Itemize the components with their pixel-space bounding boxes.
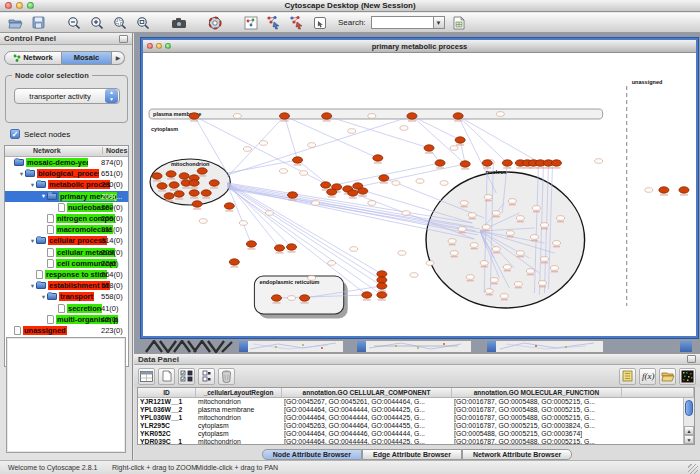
network-node-unselected[interactable] <box>645 188 653 193</box>
network-node-unselected[interactable] <box>516 216 524 221</box>
snapshot-icon[interactable] <box>170 14 188 31</box>
network-node-unselected[interactable] <box>368 201 376 206</box>
network-node-selected[interactable] <box>229 259 239 265</box>
tree-row[interactable]: cellular metabol209(0) <box>5 247 128 258</box>
network-node-unselected[interactable] <box>556 216 564 221</box>
network-node-selected[interactable] <box>288 192 298 198</box>
import-attribute-file-icon[interactable] <box>659 368 676 385</box>
network-node-selected[interactable] <box>424 145 434 151</box>
network-node-selected[interactable] <box>246 241 256 247</box>
network-node-selected[interactable] <box>174 191 184 197</box>
tab-node-attribute-browser[interactable]: Node Attribute Browser <box>262 449 362 460</box>
network-node-selected[interactable] <box>435 160 445 166</box>
network-node-selected[interactable] <box>659 187 669 193</box>
network-node-selected[interactable] <box>279 113 289 119</box>
tree-row[interactable]: nitrogen compo209(0) <box>5 213 128 224</box>
network-node-unselected[interactable] <box>450 251 458 256</box>
tree-row[interactable]: response to stimulu264(0) <box>5 269 128 280</box>
tab-network-attribute-browser[interactable]: Network Attribute Browser <box>462 449 572 460</box>
attribute-table-icon[interactable] <box>138 368 155 385</box>
network-node-selected[interactable] <box>169 182 179 188</box>
tree-row[interactable]: ▼transport558(0) <box>5 291 128 302</box>
network-node-unselected[interactable] <box>540 257 548 262</box>
tree-row[interactable]: nucleobase-209(0) <box>5 202 128 213</box>
delete-attribute-icon[interactable] <box>218 368 235 385</box>
network-node-selected[interactable] <box>166 171 176 177</box>
expand-arrow-icon[interactable]: ▼ <box>29 238 36 244</box>
minimize-icon[interactable] <box>16 2 23 9</box>
network-node-selected[interactable] <box>362 292 372 298</box>
background-window[interactable] <box>238 340 344 353</box>
network-node-selected[interactable] <box>679 187 689 193</box>
network-node-unselected[interactable] <box>484 195 492 200</box>
network-node-unselected[interactable] <box>468 213 476 218</box>
expand-arrow-icon[interactable]: ▼ <box>40 294 47 300</box>
network-node-selected[interactable] <box>407 113 417 119</box>
column-header[interactable]: annotation.GO MOLECULAR_FUNCTION <box>452 388 622 397</box>
network-node-unselected[interactable] <box>402 211 410 216</box>
network-node-unselected[interactable] <box>595 159 603 164</box>
close-icon[interactable] <box>5 2 12 9</box>
zoom-out-icon[interactable] <box>65 14 83 31</box>
network-node-unselected[interactable] <box>243 147 251 152</box>
network-node-unselected[interactable] <box>492 247 500 252</box>
zoom-selected-icon[interactable] <box>111 14 129 31</box>
tree-row[interactable]: ▼biological_process651(0) <box>5 168 128 179</box>
network-node-unselected[interactable] <box>308 276 316 281</box>
network-node-unselected[interactable] <box>392 181 400 186</box>
tree-row[interactable]: secretion41(0) <box>5 302 128 313</box>
table-row[interactable]: YPL036W__1mitochondrion[GO:0044464, GO:0… <box>138 414 694 422</box>
expand-arrow-icon[interactable]: ▼ <box>29 182 36 188</box>
network-node-selected[interactable] <box>322 113 332 119</box>
network-node-unselected[interactable] <box>410 273 418 278</box>
tree-row[interactable]: multi-organism pro42(0) <box>5 314 128 325</box>
network-node-selected[interactable] <box>189 113 199 119</box>
network-node-unselected[interactable] <box>400 126 408 131</box>
search-input[interactable] <box>371 16 433 29</box>
network-node-selected[interactable] <box>377 277 387 283</box>
select-nodes-checkbox[interactable]: ✓ <box>10 129 20 139</box>
network-node-selected[interactable] <box>373 155 383 161</box>
network-window-titlebar[interactable]: primary metabolic process <box>143 40 696 53</box>
network-node-unselected[interactable] <box>259 141 267 146</box>
network-node-selected[interactable] <box>377 271 387 277</box>
network-node-selected[interactable] <box>271 295 281 301</box>
network-node-selected[interactable] <box>201 190 211 196</box>
network-node-unselected[interactable] <box>398 251 406 256</box>
network-node-selected[interactable] <box>327 189 337 195</box>
table-scrollbar[interactable]: ▲ ▼ <box>683 398 694 444</box>
network-node-unselected[interactable] <box>540 223 548 228</box>
network-node-unselected[interactable] <box>492 211 500 216</box>
column-header[interactable]: _cellularLayoutRegion <box>196 388 282 397</box>
network-node-selected[interactable] <box>189 190 199 196</box>
tree-row[interactable]: unassigned223(0) <box>5 325 128 336</box>
function-builder-icon[interactable]: f(x) <box>639 368 656 385</box>
network-node-unselected[interactable] <box>416 179 424 184</box>
network-node-unselected[interactable] <box>460 201 468 206</box>
help-icon[interactable] <box>206 14 224 31</box>
column-header[interactable]: ID <box>138 388 196 397</box>
network-node-selected[interactable] <box>321 182 331 188</box>
float-panel-icon[interactable] <box>687 355 696 363</box>
tree-row[interactable]: ▼establishment of lo558(0) <box>5 280 128 291</box>
tab-mosaic[interactable]: Mosaic <box>62 51 112 65</box>
expand-arrow-icon[interactable]: ▼ <box>40 193 47 199</box>
tree-row[interactable]: ▼primary metabo209(... <box>5 191 128 202</box>
network-node-selected[interactable] <box>224 203 234 209</box>
network-node-unselected[interactable] <box>458 227 466 232</box>
tree-row[interactable]: macromolecule311(0) <box>5 224 128 235</box>
new-attribute-icon[interactable] <box>158 368 175 385</box>
import-attributes-icon[interactable] <box>450 14 468 31</box>
new-network-from-selected-nodes-selected-edges-icon[interactable] <box>288 14 306 31</box>
network-node-unselected[interactable] <box>503 265 511 270</box>
network-node-unselected[interactable] <box>348 129 356 134</box>
zoom-fit-icon[interactable] <box>134 14 152 31</box>
attribute-batch-editor-icon[interactable] <box>619 368 636 385</box>
network-node-unselected[interactable] <box>368 114 376 119</box>
background-window[interactable] <box>486 340 604 353</box>
network-node-selected[interactable] <box>293 157 303 163</box>
network-node-unselected[interactable] <box>308 143 316 148</box>
scroll-down-icon[interactable]: ▼ <box>684 435 694 444</box>
network-node-selected[interactable] <box>379 175 389 181</box>
resize-grip[interactable] <box>688 464 698 474</box>
